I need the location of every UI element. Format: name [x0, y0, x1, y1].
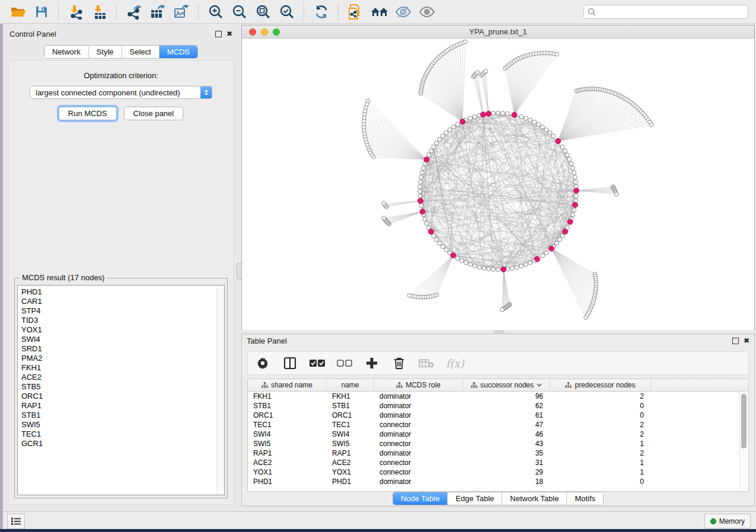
mcds-result-item[interactable]: FKH1: [21, 363, 216, 373]
table-row[interactable]: ORC1ORC1dominator610: [248, 411, 748, 420]
toolbar-separator: [116, 4, 117, 20]
function-builder-button[interactable]: f(x): [446, 357, 464, 370]
mcds-result-item[interactable]: PHD1: [21, 287, 216, 297]
tab-motifs[interactable]: Motifs: [567, 492, 603, 505]
deselect-all-button[interactable]: [337, 355, 352, 371]
cell-successor-nodes: 61: [463, 411, 550, 419]
mcds-result-item[interactable]: TEC1: [21, 430, 216, 439]
zoom-out-button[interactable]: [229, 2, 250, 21]
memory-button[interactable]: Memory: [704, 514, 751, 528]
mcds-result-item[interactable]: ACE2: [21, 373, 216, 382]
network-canvas-svg: [242, 39, 754, 330]
export-image-button[interactable]: [171, 2, 192, 21]
column-header-predecessor-nodes[interactable]: predecessor nodes: [550, 379, 651, 391]
table-scrollbar-thumb[interactable]: [741, 394, 747, 448]
column-label: MCDS role: [406, 381, 441, 389]
zoom-selected-button[interactable]: [276, 2, 298, 21]
close-panel-button[interactable]: Close panel: [124, 107, 184, 120]
table-row[interactable]: PHD1PHD1dominator180: [248, 477, 748, 486]
mcds-result-item[interactable]: ORC1: [21, 392, 216, 401]
tab-node-table[interactable]: Node Table: [393, 492, 448, 505]
float-panel-icon[interactable]: [732, 338, 739, 344]
cell-mcds-role: connector: [374, 468, 463, 476]
export-network-button[interactable]: [123, 2, 145, 21]
close-panel-icon[interactable]: ✖: [744, 337, 749, 344]
network-file-button[interactable]: [345, 2, 366, 21]
show-column-button[interactable]: [282, 355, 298, 371]
search-input[interactable]: [599, 7, 744, 17]
mcds-result-item[interactable]: RAP1: [21, 401, 216, 411]
open-session-icon: [10, 5, 26, 19]
mcds-result-item[interactable]: GCR1: [21, 439, 216, 448]
table-row[interactable]: FKH1FKH1dominator962: [248, 392, 748, 401]
show-graphics-button[interactable]: [416, 2, 438, 21]
save-session-button[interactable]: [31, 2, 52, 21]
mcds-result-item[interactable]: PMA2: [21, 354, 216, 363]
table-row[interactable]: SWI5SWI5connector431: [248, 439, 748, 448]
delete-table-button[interactable]: [419, 355, 434, 371]
mcds-result-item[interactable]: TID3: [21, 316, 216, 325]
mcds-list-scrollbar[interactable]: [216, 286, 224, 495]
table-row[interactable]: RAP1RAP1dominator352: [248, 448, 748, 458]
cell-predecessor-nodes: 2: [550, 392, 651, 400]
zoom-fit-button[interactable]: [253, 2, 274, 21]
attribute-type-icon: [396, 382, 403, 388]
settings-gear-button[interactable]: [255, 355, 270, 371]
select-stepper-icon: [200, 86, 212, 98]
task-history-button[interactable]: [7, 514, 25, 529]
table-row[interactable]: SWI4SWI4dominator462: [248, 430, 748, 439]
network-view-window: YPA_prune.txt_1: [241, 25, 755, 330]
apply-layout-button[interactable]: [311, 2, 332, 21]
table-row[interactable]: TEC1TEC1connector472: [248, 420, 748, 430]
tab-edge-table[interactable]: Edge Table: [448, 492, 502, 505]
home-pages-button[interactable]: [369, 2, 390, 21]
column-header-name[interactable]: name: [327, 379, 374, 391]
tab-select[interactable]: Select: [122, 46, 160, 58]
column-header-successor-nodes[interactable]: successor nodes: [463, 379, 550, 391]
run-mcds-button[interactable]: Run MCDS: [59, 107, 117, 120]
table-scrollbar[interactable]: [739, 392, 748, 491]
tab-style[interactable]: Style: [89, 46, 122, 58]
mcds-result-item[interactable]: CAR1: [21, 297, 216, 306]
select-all-button[interactable]: [310, 355, 325, 371]
import-table-button[interactable]: [89, 2, 110, 21]
open-session-button[interactable]: [7, 2, 28, 21]
mcds-result-item[interactable]: SRD1: [21, 344, 216, 354]
window-close-icon[interactable]: [249, 28, 256, 36]
export-table-button[interactable]: [147, 2, 168, 21]
cell-name: PHD1: [327, 477, 374, 486]
tab-network[interactable]: Network: [44, 46, 89, 58]
hide-graphics-button[interactable]: [393, 2, 414, 21]
close-panel-icon[interactable]: ✖: [227, 30, 232, 37]
network-canvas[interactable]: [242, 39, 754, 330]
column-header-mcds-role[interactable]: MCDS role: [374, 379, 463, 391]
table-row[interactable]: STB1STB1dominator620: [248, 401, 748, 411]
mcds-result-item[interactable]: SWI4: [21, 335, 216, 344]
table-row[interactable]: ACE2ACE2connector311: [248, 458, 748, 467]
control-panel-title: Control Panel: [9, 30, 56, 39]
float-panel-icon[interactable]: [215, 31, 222, 37]
tab-mcds[interactable]: MCDS: [160, 46, 197, 58]
mcds-result-item[interactable]: STB5: [21, 382, 216, 392]
cell-shared-name: PHD1: [248, 477, 327, 486]
zoom-in-button[interactable]: [205, 2, 227, 21]
column-header-shared-name[interactable]: shared name: [248, 379, 327, 391]
mcds-result-item[interactable]: STP4: [21, 306, 216, 316]
add-row-button[interactable]: [364, 355, 379, 371]
table-row[interactable]: YOX1YOX1connector291: [248, 467, 748, 477]
mcds-result-item[interactable]: SWI5: [21, 420, 216, 430]
tab-network-table[interactable]: Network Table: [502, 492, 567, 505]
cell-shared-name: TEC1: [248, 421, 327, 429]
search-box[interactable]: [583, 5, 748, 19]
window-maximize-icon[interactable]: [273, 28, 280, 36]
mcds-result-item[interactable]: STB1: [21, 411, 216, 420]
cell-successor-nodes: 31: [463, 459, 550, 467]
column-header-empty: [651, 379, 748, 391]
delete-row-button[interactable]: [391, 355, 407, 371]
table-panel-titlebar: Table Panel ✖: [242, 334, 754, 347]
optimization-criterion-select[interactable]: largest connected component (undirected): [30, 86, 212, 99]
column-label: name: [341, 381, 359, 389]
window-minimize-icon[interactable]: [261, 28, 268, 36]
mcds-result-item[interactable]: YOX1: [21, 325, 216, 335]
import-network-button[interactable]: [65, 2, 87, 21]
